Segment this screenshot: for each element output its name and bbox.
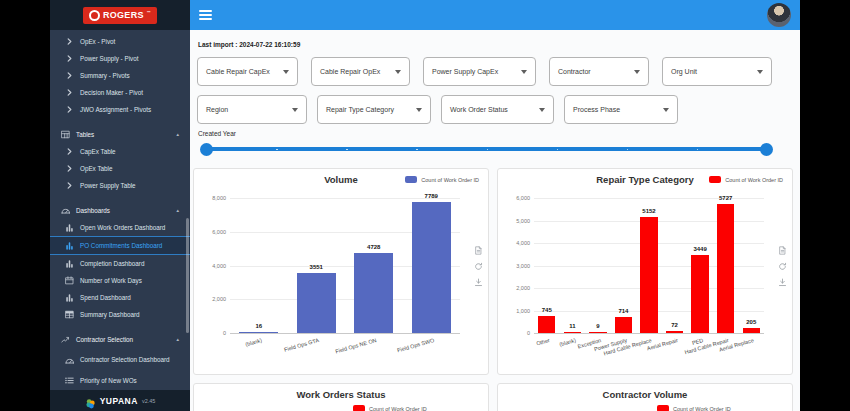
chart-plot: 02,0004,0006,0008,00016(blank)3551Field … — [230, 198, 460, 333]
bar-value-label: 205 — [721, 319, 781, 325]
sidebar-item-spend-dashboard[interactable]: Spend Dashboard — [50, 289, 190, 306]
filter-label: Region — [206, 106, 228, 113]
legend-label: Count of Work Order ID — [673, 406, 731, 411]
sidebar-item-po-commitments-dashboard[interactable]: PO Commitments Dashboard — [50, 236, 190, 255]
bar-aerial-repair[interactable] — [666, 331, 683, 333]
refresh-icon[interactable] — [778, 257, 787, 266]
filter-label: Process Phase — [573, 106, 620, 113]
user-avatar[interactable] — [767, 3, 791, 27]
bar-blank[interactable] — [564, 332, 581, 333]
chevron-down-icon — [395, 70, 401, 74]
sidebar-item-open-work-orders-dashboard[interactable]: Open Work Orders Dashboard — [50, 219, 190, 236]
gridline — [534, 333, 764, 334]
filter-power-supply-capex[interactable]: Power Supply CapEx — [423, 57, 536, 86]
top-bar — [190, 0, 800, 30]
y-axis-tick: 2,000 — [195, 296, 226, 302]
chart-legend[interactable]: Count of Work Order ID — [709, 176, 783, 183]
slider-handle-max[interactable] — [760, 143, 773, 156]
created-year-slider[interactable] — [200, 142, 773, 156]
chevron-down-icon — [416, 108, 422, 112]
sidebar-item-jwo-assignment-pivots[interactable]: JWO Assignment - Pivots — [50, 101, 190, 118]
sidebar-item-dashboards[interactable]: Dashboards▲ — [50, 201, 190, 219]
bar-field-ops-gta[interactable] — [297, 273, 336, 333]
filter-repair-type-category[interactable]: Repair Type Category — [317, 95, 431, 124]
bar-aerial-replace[interactable] — [743, 328, 760, 333]
chart-toolbar — [778, 241, 787, 282]
sidebar-scrollbar[interactable] — [186, 218, 189, 333]
download-icon[interactable] — [778, 273, 787, 282]
sidebar-item-opex-table[interactable]: OpEx Table — [50, 160, 190, 177]
chart-legend[interactable]: Count of Work Order ID — [657, 405, 731, 411]
sidebar-item-number-of-work-days[interactable]: Number of Work Days — [50, 272, 190, 289]
bar-hard-cable-repair[interactable] — [717, 204, 734, 333]
sidebar-item-completion-dashboard[interactable]: Completion Dashboard — [50, 255, 190, 272]
filter-region[interactable]: Region — [197, 95, 307, 124]
y-axis-tick: 0 — [499, 330, 530, 336]
yupana-name: YUPANA — [100, 396, 138, 406]
rogers-logo: ROGERS ™ — [83, 7, 157, 24]
sidebar-item-label: PO Commitments Dashboard — [80, 242, 162, 249]
sidebar-item-decision-maker-pivot[interactable]: Decision Maker - Pivot — [50, 84, 190, 101]
sidebar-item-capex-table[interactable]: CapEx Table — [50, 143, 190, 160]
y-axis-tick: 2,000 — [499, 285, 530, 291]
chart-title: Contractor Volume — [498, 389, 792, 400]
chart-title: Work Orders Status — [194, 389, 488, 400]
slider-tick — [416, 149, 418, 151]
last-import-label: Last import : 2024-07-22 16:10:59 — [198, 41, 300, 48]
bar-field-ops-ne-on[interactable] — [354, 253, 393, 333]
sidebar-item-tables[interactable]: Tables▲ — [50, 125, 190, 143]
chart-legend[interactable]: Count of Work Order ID — [405, 176, 479, 183]
sidebar-item-opex-pivot[interactable]: OpEx - Pivot — [50, 33, 190, 50]
x-axis-tick: Other — [536, 337, 551, 347]
trend-icon — [61, 335, 70, 344]
y-axis-tick: 4,000 — [499, 240, 530, 246]
app-window: ROGERS ™ OpEx - PivotPower Supply - Pivo… — [50, 0, 800, 411]
chart-card-repair-type-category: Repair Type CategoryCount of Work Order … — [497, 168, 793, 375]
slider-handle-min[interactable] — [200, 143, 213, 156]
bar-field-ops-swo[interactable] — [412, 202, 451, 333]
sidebar-item-label: Dashboards — [76, 207, 110, 214]
sidebar-item-contractor-selection[interactable]: Contractor Selection▲ — [50, 330, 190, 348]
chart-legend[interactable]: Count of Work Order ID — [353, 405, 427, 411]
bar-blank[interactable] — [239, 332, 278, 333]
sidebar-item-label: Number of Work Days — [80, 277, 142, 284]
legend-label: Count of Work Order ID — [725, 177, 783, 183]
filter-contractor[interactable]: Contractor — [549, 57, 649, 86]
brand-name: ROGERS — [103, 10, 144, 20]
sidebar-item-label: Summary - Pivots — [80, 72, 130, 79]
list-icon — [65, 376, 74, 385]
chevron-down-icon — [634, 70, 640, 74]
sidebar-item-label: Open Work Orders Dashboard — [80, 224, 165, 231]
refresh-icon[interactable] — [474, 257, 483, 266]
filter-work-order-status[interactable]: Work Order Status — [441, 95, 554, 124]
filter-cable-repair-opex[interactable]: Cable Repair OpEx — [311, 57, 410, 86]
bar-power-supply[interactable] — [615, 317, 632, 333]
sidebar-item-summary-pivots[interactable]: Summary - Pivots — [50, 67, 190, 84]
filter-process-phase[interactable]: Process Phase — [564, 95, 678, 124]
menu-icon[interactable] — [199, 10, 212, 20]
export-data-icon[interactable] — [474, 241, 483, 250]
bar-hard-cable-replace[interactable] — [640, 217, 657, 333]
slider-tick — [487, 149, 489, 151]
sidebar-item-power-supply-table[interactable]: Power Supply Table — [50, 177, 190, 194]
y-axis-tick: 3,000 — [499, 263, 530, 269]
download-icon[interactable] — [474, 273, 483, 282]
bar-ped[interactable] — [691, 255, 708, 333]
sidebar-item-summary-dashboard[interactable]: Summary Dashboard — [50, 306, 190, 323]
x-axis-tick: (blank) — [245, 337, 263, 347]
export-data-icon[interactable] — [778, 241, 787, 250]
slider-tick — [557, 149, 559, 151]
chevron-right-icon — [65, 71, 74, 80]
filter-org-unit[interactable]: Org Unit — [662, 57, 772, 86]
sidebar-item-label: OpEx Table — [80, 165, 112, 172]
rogers-ring-icon — [89, 10, 100, 21]
filter-cable-repair-capex[interactable]: Cable Repair CapEx — [197, 57, 298, 86]
sidebar-item-contractor-selection-dashboard[interactable]: Contractor Selection Dashboard — [50, 348, 190, 372]
bar-exception[interactable] — [589, 332, 606, 333]
sidebar-item-priority-of-new-wos[interactable]: Priority of New WOs — [50, 372, 190, 389]
app-footer: YUPANA v2.45 — [50, 390, 190, 411]
bar-value-label: 4728 — [344, 244, 404, 250]
sidebar-item-power-supply-pivot[interactable]: Power Supply - Pivot — [50, 50, 190, 67]
chevron-down-icon — [663, 108, 669, 112]
chevron-down-icon — [283, 70, 289, 74]
